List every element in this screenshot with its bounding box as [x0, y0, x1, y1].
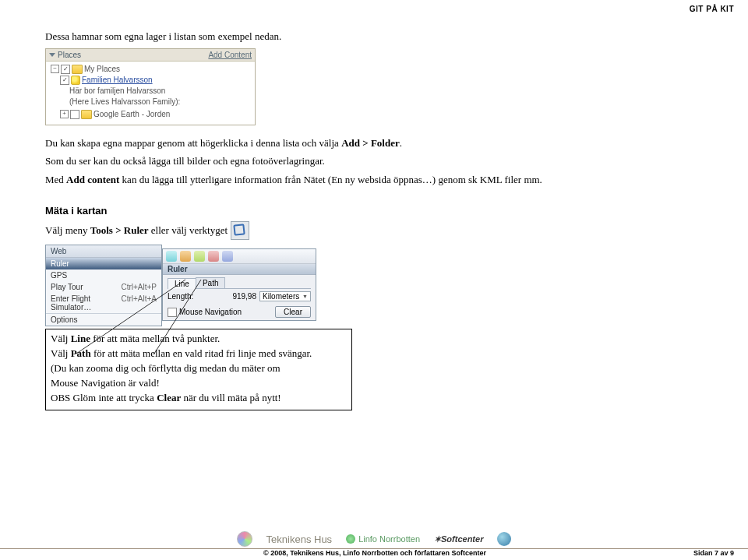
places-header: Places Add Content [46, 49, 255, 62]
page-content: Dessa hamnar som egna lager i listan som… [45, 30, 653, 410]
tool-icon[interactable] [208, 251, 219, 262]
dialog-tabs: Line Path [168, 277, 311, 289]
intro-text: Dessa hamnar som egna lager i listan som… [45, 30, 653, 44]
menu-item-web[interactable]: Web [46, 245, 161, 258]
checkbox[interactable]: ✓ [60, 76, 69, 85]
logo-linfo: Linfo Norrbotten [346, 534, 420, 544]
menu-item-ruler[interactable]: Ruler [46, 258, 161, 269]
tree-expand-icon[interactable]: + [60, 110, 69, 118]
tool-dialog-composite: Web Ruler GPS Play TourCtrl+Alt+P Enter … [45, 245, 318, 319]
tool-icon[interactable] [166, 251, 177, 262]
para-add-content: Med Add content kan du lägga till ytterl… [45, 173, 653, 187]
tab-path[interactable]: Path [196, 277, 226, 288]
copyright-text: © 2008, Teknikens Hus, Linfo Norrbotten … [263, 549, 486, 557]
checkbox[interactable] [70, 110, 79, 119]
ruler-instruction: Välj meny Tools > Ruler eller välj verkt… [45, 221, 653, 240]
length-label: Length: [168, 292, 193, 301]
chevron-down-icon: ▼ [302, 294, 308, 299]
page-number: Sidan 7 av 9 [693, 549, 734, 557]
collapse-icon[interactable] [49, 53, 55, 57]
clear-button[interactable]: Clear [275, 306, 311, 318]
unit-select[interactable]: Kilometers▼ [259, 291, 311, 301]
header-tag: GIT PÅ KIT [690, 5, 734, 13]
folder-icon [81, 110, 92, 119]
placemark-link[interactable]: Familien Halvarsson [82, 76, 153, 84]
tool-icon[interactable] [222, 251, 233, 262]
page-footer: Teknikens Hus Linfo Norrbotten ✶Softcent… [0, 531, 748, 557]
pushpin-icon [71, 76, 80, 85]
logo-globe [497, 532, 511, 546]
logo-network [237, 531, 252, 547]
jorden-label[interactable]: Google Earth - Jorden [94, 110, 170, 118]
para-add-folder: Du kan skapa egna mappar genom att höger… [45, 136, 653, 150]
tab-line[interactable]: Line [168, 278, 196, 289]
places-panel: Places Add Content − ✓ My Places ✓ Famil… [45, 48, 256, 125]
section-heading: Mäta i kartan [45, 205, 653, 217]
para-overlays: Som du ser kan du också lägga till bilde… [45, 154, 653, 168]
ruler-dialog: Ruler Line Path Length: 919,98 Kilometer… [162, 248, 316, 321]
menu-item-play-tour[interactable]: Play TourCtrl+Alt+P [46, 281, 161, 293]
instruction-box: Välj Line för att mäta mellan två punkte… [45, 329, 352, 410]
logo-teknikens-hus: Teknikens Hus [266, 534, 333, 545]
tool-icon[interactable] [194, 251, 205, 262]
places-tree: − ✓ My Places ✓ Familien Halvarsson Här … [46, 62, 255, 125]
length-value: 919,98 [232, 292, 256, 301]
tree-collapse-icon[interactable]: − [51, 65, 59, 73]
mouse-nav-checkbox[interactable] [168, 308, 177, 317]
dialog-toolbar [163, 249, 316, 264]
ruler-icon[interactable] [231, 221, 249, 240]
placemark-desc: Här bor familjen Halvarsson [48, 86, 253, 97]
places-title: Places [58, 51, 81, 59]
add-content-link[interactable]: Add Content [208, 51, 252, 59]
dialog-title: Ruler [163, 264, 316, 275]
menu-item-flight-sim[interactable]: Enter Flight Simulator…Ctrl+Alt+A [46, 293, 161, 313]
checkbox[interactable]: ✓ [61, 65, 70, 74]
tool-icon[interactable] [180, 251, 191, 262]
menu-item-gps[interactable]: GPS [46, 269, 161, 281]
mouse-nav-label: Mouse Navigation [179, 308, 242, 316]
my-places-label[interactable]: My Places [84, 65, 120, 73]
logo-softcenter: ✶Softcenter [434, 534, 483, 544]
menu-item-options[interactable]: Options [46, 313, 161, 326]
folder-icon [72, 65, 83, 74]
tools-menu: Web Ruler GPS Play TourCtrl+Alt+P Enter … [45, 245, 162, 326]
placemark-desc2: (Here Lives Halvarsson Family): [48, 97, 253, 107]
